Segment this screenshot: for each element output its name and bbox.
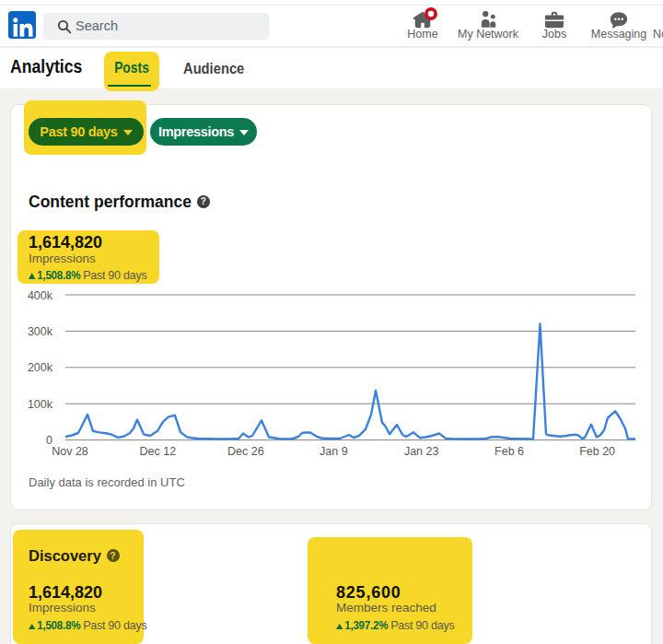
svg-text:Jan 9: Jan 9 [320,445,348,458]
svg-text:100k: 100k [28,398,53,411]
svg-text:200k: 200k [28,361,53,374]
svg-text:Jan 23: Jan 23 [404,445,439,458]
svg-text:400k: 400k [28,289,53,302]
svg-text:Dec 26: Dec 26 [227,445,264,458]
svg-text:300k: 300k [28,325,53,338]
svg-text:Feb 6: Feb 6 [494,445,524,458]
svg-text:Nov 28: Nov 28 [52,445,88,458]
svg-text:Feb 20: Feb 20 [579,445,615,458]
svg-text:Daily data is recorded in UTC: Daily data is recorded in UTC [29,475,185,489]
svg-text:Dec 12: Dec 12 [140,445,177,458]
